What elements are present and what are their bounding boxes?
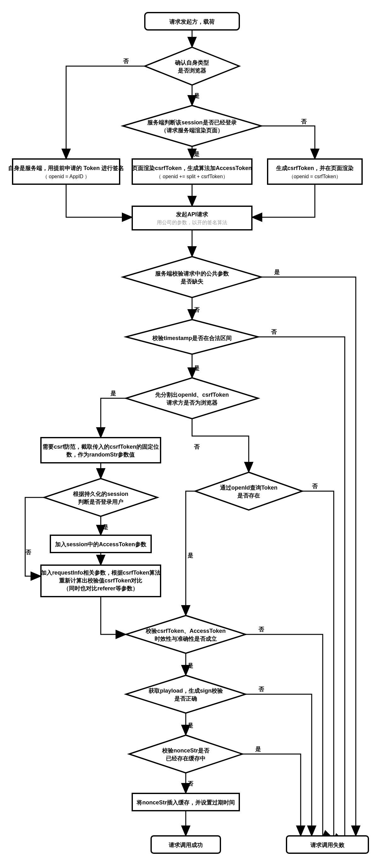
node-d9: 获取playload，生成sign校验 是否正确 [126,675,246,713]
text-d10-2: 已经存在缓存中 [166,755,205,762]
edge-d9-yes: 是 [187,722,193,728]
edge-d3-no: 否 [194,307,200,313]
node-d2: 服务端判断该session是否已经登录 （请求服务端渲染页面） [123,105,261,146]
text-preq-2: 重新计算出校验值csrfToken对比 [59,578,142,584]
text-d6-2: 判断是否登录用户 [78,499,123,505]
text-d8-1: 校验csrfToken、AccessToken [146,628,225,634]
edge-d7-no: 否 [312,483,318,489]
node-p-req: 加入requestInfo相关参数，根据csrfToken算法 重新计算出校验值… [41,565,161,597]
edge-d2-yes: 是 [194,151,200,157]
text-d2-2: （请求服务端渲染页面） [161,127,223,133]
node-d10: 校验nonceStr是否 已经存在缓存中 [129,735,243,773]
svg-rect-5 [41,438,161,463]
text-preq-1: 加入requestInfo相关参数，根据csrfToken算法 [41,569,161,576]
node-d7: 通过openId查询Token 是否存在 [195,472,302,510]
edge-d4-no: 否 [271,329,277,335]
text-psess: 加入session中的AccessToken参数 [55,541,147,548]
text-preq-3: （同时也对比referer等参数） [63,585,138,592]
text-d2-1: 服务端判断该session是否已经登录 [147,119,236,126]
text-d3-2: 是否缺失 [181,278,203,285]
text-pright-2: （openid = csrfToken） [289,174,341,179]
edge-d6-yes: 是 [102,524,108,530]
text-pmid-1: 页面渲染csrfToken，生成算法加AccessToken [132,165,252,171]
text-ok: 请求调用成功 [168,842,203,848]
edge-d8-no: 否 [258,626,264,632]
text-d5-2: 请求方是否为浏览器 [166,400,218,406]
text-api-1: 发起API请求 [176,211,208,218]
node-d6: 根据持久化的session 判断是否登录用户 [44,478,157,516]
text-d7-2: 是否存在 [237,492,260,499]
node-ok: 请求调用成功 [151,836,220,853]
edge-d5-yes: 是 [110,390,116,396]
text-d5-1: 先分割出openId、csrfToken [155,392,229,398]
text-d10-1: 校验nonceStr是否 [162,747,210,754]
edge-d4-yes: 是 [194,365,200,371]
node-p-right: 生成csrfToken，并在页面渲染 （openid = csrfToken） [268,159,362,184]
text-d1-2: 是否浏览器 [178,67,206,74]
node-p-mid: 页面渲染csrfToken，生成算法加AccessToken （ openid … [132,159,252,184]
node-d3: 服务端校验请求中的公共参数 是否缺失 [123,256,261,298]
text-d9-1: 获取playload，生成sign校验 [148,688,223,694]
node-d4: 校验timestamp是否在合法区间 [126,319,258,354]
edge-d10-no: 否 [187,780,194,787]
svg-rect-3 [268,159,362,184]
text-d8-2: 时效性与准确性是否成立 [155,636,217,642]
text-pright-1: 生成csrfToken，并在页面渲染 [276,165,354,171]
text-pmid-2: （ openid += split + csrfToken） [156,174,228,179]
text-pcsrf-2: 数，作为randomStr参数值 [66,452,135,458]
edge-d8-yes: 是 [187,662,193,669]
text-fail: 请求调用失败 [310,842,345,848]
text-d9-2: 是否正确 [174,695,197,702]
node-d8: 校验csrfToken、AccessToken 时效性与准确性是否成立 [126,616,246,653]
text-d4: 校验timestamp是否在合法区间 [152,335,232,341]
node-d5: 先分割出openId、csrfToken 请求方是否为浏览器 [126,378,258,419]
svg-rect-1 [12,159,120,184]
node-start: 请求发起方，载荷 [145,12,239,30]
text-d1-1: 确认自身类型 [175,60,209,66]
edge-d5-no: 否 [194,443,200,450]
edge-d6-no: 否 [25,549,31,555]
flowchart-diagram: 请求发起方，载荷 确认自身类型 是否浏览器 否 是 服务端判断该session是… [0,0,386,868]
text-d7-1: 通过openId查询Token [220,485,278,491]
edge-d10-yes: 是 [255,746,261,752]
node-fail: 请求调用失败 [287,836,368,853]
edge-d3-yes: 是 [274,269,280,275]
text-pleft-1: 自身是服务端，用提前申请的 Token 进行签名 [8,165,124,171]
text-pcsrf-1: 需要csrf防范，截取传入的csrfToken的固定位 [42,443,159,450]
svg-rect-2 [132,159,252,184]
text-api-2: 用公司的参数，以开的签名算法 [157,220,227,225]
text-start: 请求发起方，载荷 [169,19,215,25]
edge-d1-yes: 是 [194,93,200,99]
svg-rect-4 [132,206,252,230]
edge-d9-no: 否 [258,686,264,692]
text-pcache: 将nonceStr插入缓存，并设置过期时间 [136,799,235,806]
node-p-left: 自身是服务端，用提前申请的 Token 进行签名 （ openid = AppI… [8,159,124,184]
text-d3-1: 服务端校验请求中的公共参数 [155,271,229,277]
edge-d2-no: 否 [301,118,307,125]
node-p-csrf: 需要csrf防范，截取传入的csrfToken的固定位 数，作为randomSt… [41,438,161,463]
node-api: 发起API请求 用公司的参数，以开的签名算法 [132,206,252,230]
node-p-sess: 加入session中的AccessToken参数 [51,535,151,553]
node-p-cache: 将nonceStr插入缓存，并设置过期时间 [132,794,239,811]
text-d6-1: 根据持久化的session [73,491,128,497]
node-d1: 确认自身类型 是否浏览器 [145,47,239,85]
edge-d7-yes: 是 [187,552,193,559]
edge-d1-no: 否 [123,58,129,64]
text-pleft-2: （ openid = AppID ） [42,174,90,179]
